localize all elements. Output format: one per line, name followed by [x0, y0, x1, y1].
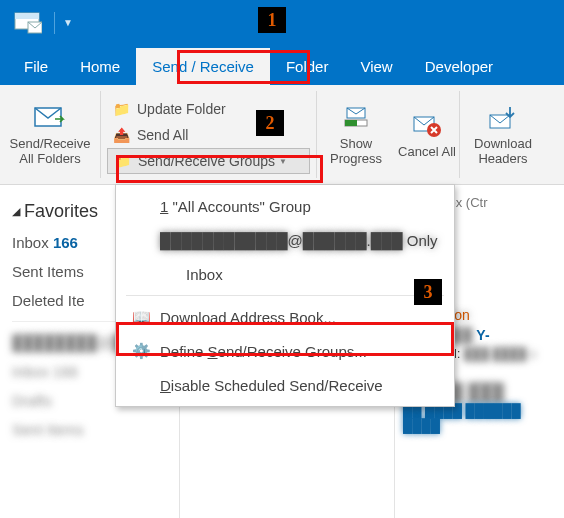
menu-download-address-book[interactable]: 📖 Download Address Book... [116, 300, 454, 334]
menu-account-label: ████████████@██████.███ Only [160, 232, 438, 249]
folder-blur[interactable]: Sent Items [12, 421, 179, 438]
qat-separator [54, 12, 55, 34]
send-receive-groups-menu: 1 "All Accounts" Group ████████████@████… [115, 184, 455, 407]
download-headers-button[interactable]: Download Headers [460, 85, 546, 185]
menu-disable-scheduled[interactable]: Disable Scheduled Send/Receive [116, 368, 454, 402]
send-all-label: Send All [137, 127, 188, 143]
qat-dropdown-icon[interactable]: ▼ [63, 17, 73, 28]
caution-blur: ███ ████ o [464, 347, 537, 361]
menu-define-groups[interactable]: ⚙️ Define Send/Receive Groups... [116, 334, 454, 368]
annotation-1: 1 [258, 7, 286, 33]
send-receive-groups-button[interactable]: 📁 Send/Receive Groups ▼ [107, 148, 310, 174]
menu-all-accounts-group[interactable]: 1 "All Accounts" Group [116, 189, 454, 223]
cancel-all-button[interactable]: Cancel All [395, 85, 459, 185]
folder-refresh-icon: 📁 [111, 100, 131, 118]
download-icon [486, 104, 520, 132]
reading-highlight: Y- [476, 327, 489, 343]
tab-home[interactable]: Home [64, 48, 136, 85]
reading-subject: ██ ████ ██████ ████ [403, 403, 556, 433]
download-headers-label: Download Headers [462, 136, 544, 166]
send-receive-qat-icon[interactable] [10, 9, 46, 37]
inbox-count: 166 [53, 234, 78, 251]
annotation-2: 2 [256, 110, 284, 136]
ribbon-tabs: File Home Send / Receive Folder View Dev… [0, 45, 564, 85]
menu-account-only[interactable]: ████████████@██████.███ Only [116, 223, 454, 257]
menu-inbox[interactable]: Inbox [142, 257, 454, 291]
menu-separator [126, 295, 444, 296]
show-progress-button[interactable]: Show Progress [317, 85, 395, 185]
svg-rect-1 [15, 13, 39, 19]
collapse-icon: ◢ [12, 205, 20, 218]
send-receive-all-label: Send/Receive All Folders [2, 136, 98, 166]
tab-developer[interactable]: Developer [409, 48, 509, 85]
tab-folder[interactable]: Folder [270, 48, 345, 85]
folder-group-icon: 📁 [112, 152, 132, 170]
cancel-icon [410, 112, 444, 140]
inbox-label: Inbox [12, 234, 49, 251]
show-progress-label: Show Progress [319, 136, 393, 166]
tab-view[interactable]: View [344, 48, 408, 85]
cancel-all-label: Cancel All [398, 144, 456, 159]
update-folder-label: Update Folder [137, 101, 226, 117]
send-receive-icon [33, 104, 67, 132]
tab-file[interactable]: File [8, 48, 64, 85]
send-receive-groups-label: Send/Receive Groups [138, 153, 275, 169]
gear-groups-icon: ⚙️ [128, 342, 154, 360]
menu-inbox-label: Inbox [186, 266, 223, 283]
send-icon: 📤 [111, 126, 131, 144]
progress-icon [339, 104, 373, 132]
annotation-3: 3 [414, 279, 442, 305]
address-book-icon: 📖 [128, 308, 154, 326]
svg-rect-5 [345, 120, 357, 126]
tab-send-receive[interactable]: Send / Receive [136, 48, 270, 85]
favorites-label: Favorites [24, 201, 98, 222]
dropdown-arrow-icon: ▼ [279, 157, 287, 166]
send-receive-all-folders-button[interactable]: Send/Receive All Folders [0, 85, 100, 185]
